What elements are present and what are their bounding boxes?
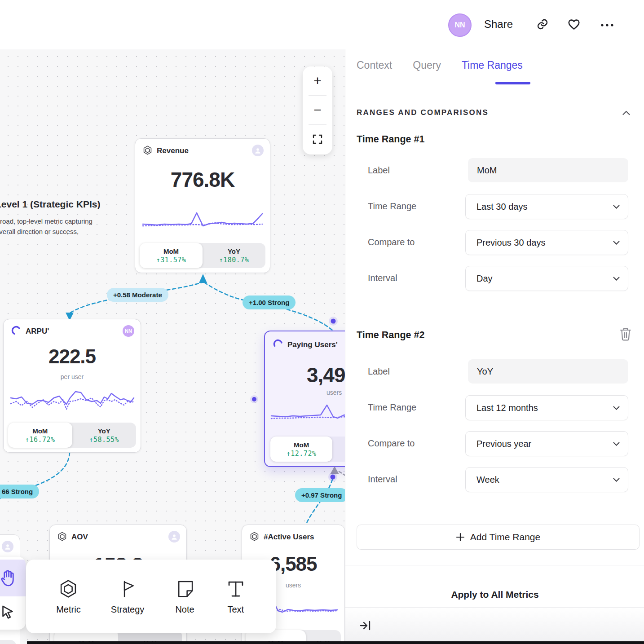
tool-strip	[0, 557, 26, 630]
field-row-compare-to: Compare to Previous 30 days	[357, 230, 633, 254]
user-avatar[interactable]: NN	[448, 13, 472, 37]
time-range-select[interactable]: Last 12 months	[465, 395, 628, 420]
field-row-interval: Interval Day	[357, 266, 633, 290]
window-bottom-edge	[27, 641, 644, 644]
compare-to-select[interactable]: Previous 30 days	[465, 230, 628, 255]
zoom-control: + −	[303, 66, 332, 154]
sparkline-chart	[142, 209, 263, 231]
correlation-badge[interactable]: +0.97 Strong	[295, 488, 345, 502]
divider	[345, 86, 644, 86]
collaborator-badge: NN	[123, 325, 134, 337]
add-strategy-tool[interactable]: Strategy	[111, 578, 144, 615]
collapse-section-icon[interactable]	[622, 109, 630, 117]
comparison-footer	[0, 640, 16, 644]
correlation-badge[interactable]: 66 Strong	[0, 485, 39, 498]
field-row-interval: Interval Week	[357, 467, 633, 491]
chevron-down-icon	[613, 406, 620, 410]
metric-title: Revenue	[157, 146, 189, 155]
canvas-toolbar: Metric Strategy Note Text	[26, 560, 276, 633]
time-range-2-title: Time Range #2	[357, 330, 424, 341]
metric-value: 222.5	[4, 345, 141, 368]
metric-title: #Active Users	[264, 533, 314, 542]
note-icon	[175, 578, 195, 599]
correlation-badge[interactable]: +1.00 Strong	[243, 296, 296, 309]
label-input[interactable]: YoY	[468, 359, 628, 384]
owner-avatar-icon	[168, 531, 180, 543]
metric-card-arpu[interactable]: ARPU' NN 222.5 per user MoM ↑16.72% YoY …	[3, 319, 141, 453]
sparkline-chart	[270, 401, 345, 424]
section-header: RANGES AND COMPARISONS	[357, 108, 489, 117]
time-range-select[interactable]: Last 30 days	[465, 194, 628, 219]
tab-context[interactable]: Context	[357, 59, 392, 71]
metric-card-revenue[interactable]: Revenue 776.8K MoM ↑31.57% YoY ↑180.7%	[135, 138, 270, 273]
sparkline-chart	[10, 388, 135, 415]
comparison-footer: MoM ↑12.72%	[270, 437, 345, 462]
comparison-footer: MoM ↑16.72% YoY ↑58.55%	[8, 423, 136, 448]
comparison-footer: MoM ↑31.57% YoY ↑180.7%	[140, 243, 265, 268]
metric-value: 776.8K	[135, 168, 270, 192]
chevron-down-icon	[613, 478, 620, 482]
app-root: NN Share	[0, 0, 644, 644]
chevron-down-icon	[613, 442, 620, 446]
hand-icon	[0, 569, 16, 587]
apply-all-metrics-button[interactable]: Apply to All Metrics	[345, 589, 644, 600]
metric-hexagon-icon	[57, 531, 67, 543]
interval-select[interactable]: Day	[465, 266, 628, 291]
tab-query[interactable]: Query	[413, 59, 441, 71]
settings-panel: Context Query Time Ranges RANGES AND COM…	[345, 49, 644, 644]
add-note-tool[interactable]: Note	[175, 578, 195, 615]
collapse-panel-icon[interactable]	[360, 620, 371, 633]
zoom-in-button[interactable]: +	[303, 66, 332, 95]
hand-tool[interactable]	[0, 560, 26, 596]
cursor-icon	[0, 604, 15, 620]
metric-title: Paying Users'	[287, 340, 338, 349]
loading-spinner-icon	[273, 339, 283, 351]
field-row-time-range: Time Range Last 30 days	[357, 194, 633, 218]
chevron-down-icon	[613, 241, 620, 245]
comparison-yoy[interactable]: YoY ↑58.55%	[72, 423, 137, 448]
zoom-out-button[interactable]: −	[303, 96, 332, 124]
label-input[interactable]: MoM	[468, 158, 628, 182]
chevron-down-icon	[613, 205, 620, 209]
add-text-tool[interactable]: Text	[225, 578, 246, 615]
canvas-note-body: Broad, top-level metric capturing overal…	[0, 216, 109, 237]
metric-hexagon-icon	[58, 578, 79, 599]
loading-spinner-icon	[11, 325, 22, 338]
field-row-label: Label MoM	[357, 158, 633, 182]
canvas-note-title: Level 1 (Strategic KPIs)	[0, 199, 100, 210]
link-icon[interactable]	[536, 18, 549, 32]
add-time-range-button[interactable]: Add Time Range	[357, 525, 640, 550]
metric-value: 3,49	[307, 363, 345, 387]
field-row-time-range: Time Range Last 12 months	[357, 395, 633, 419]
comparison-mom[interactable]: MoM ↑31.57%	[140, 243, 203, 268]
add-metric-tool[interactable]: Metric	[56, 578, 80, 615]
metric-hexagon-icon	[142, 145, 153, 157]
select-tool[interactable]	[0, 596, 26, 628]
owner-avatar-icon	[252, 145, 264, 156]
top-header: NN Share	[0, 0, 644, 49]
metric-unit: users	[326, 389, 342, 396]
correlation-badge[interactable]: +0.58 Moderate	[107, 288, 168, 302]
metric-card-paying-users[interactable]: Paying Users' 3,49 users MoM ↑12.72%	[264, 331, 345, 467]
metric-title: AOV	[71, 533, 88, 542]
comparison-mom[interactable]: MoM ↑12.72%	[270, 437, 332, 462]
chevron-down-icon	[613, 277, 620, 281]
favorite-heart-icon[interactable]	[567, 18, 581, 33]
compare-to-select[interactable]: Previous year	[465, 431, 628, 456]
metric-tree-canvas[interactable]: Level 1 (Strategic KPIs) Broad, top-leve…	[0, 49, 345, 644]
metric-title: ARPU'	[26, 327, 49, 336]
more-options-icon[interactable]	[600, 22, 614, 30]
panel-tabs: Context Query Time Ranges	[357, 59, 523, 71]
time-range-1-title: Time Range #1	[357, 134, 424, 145]
delete-time-range-icon[interactable]	[619, 327, 632, 343]
comparison-yoy[interactable]: YoY ↑180.7%	[203, 243, 265, 268]
plus-icon	[456, 533, 465, 542]
metric-hexagon-icon	[249, 531, 260, 543]
interval-select[interactable]: Week	[465, 467, 628, 492]
field-row-compare-to: Compare to Previous year	[357, 431, 633, 455]
comparison-mom[interactable]: MoM ↑16.72%	[8, 423, 72, 448]
fit-view-button[interactable]	[303, 125, 332, 154]
tab-time-ranges[interactable]: Time Ranges	[462, 59, 523, 71]
active-tab-indicator	[495, 82, 530, 84]
share-button[interactable]: Share	[484, 18, 513, 31]
